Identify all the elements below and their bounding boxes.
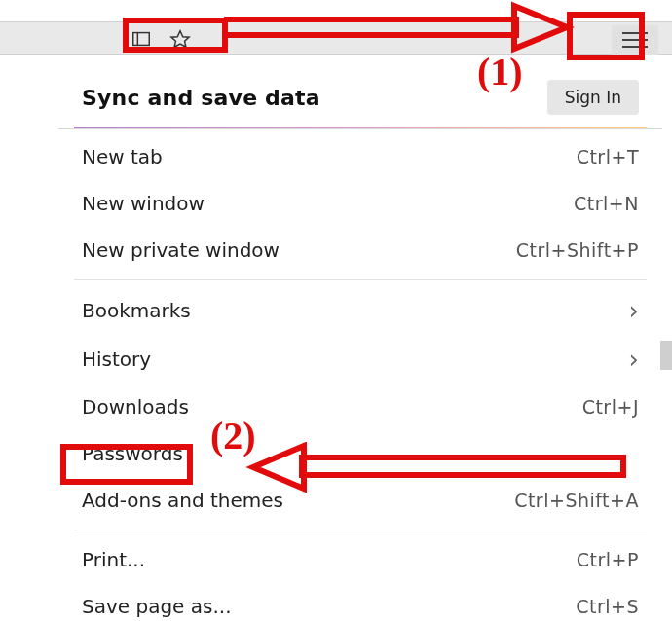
menu-divider — [74, 279, 647, 280]
chevron-right-icon: › — [629, 347, 639, 372]
svg-marker-6 — [253, 446, 304, 489]
shortcut-label: Ctrl+Shift+A — [514, 490, 639, 511]
shortcut-label: Ctrl+T — [577, 146, 639, 167]
svg-rect-3 — [224, 19, 516, 35]
menu-item-label: Bookmarks — [82, 299, 191, 322]
sign-in-button[interactable]: Sign In — [547, 80, 639, 115]
shortcut-label: Ctrl+S — [576, 596, 639, 617]
annotation-arrow-2 — [195, 442, 633, 493]
svg-rect-5 — [302, 457, 623, 475]
sync-heading: Sync and save data — [82, 86, 320, 110]
menu-section-windows: New tab Ctrl+T New window Ctrl+N New pri… — [58, 129, 662, 277]
menu-section-page: Print... Ctrl+P Save page as... Ctrl+S F… — [58, 532, 662, 621]
menu-item-downloads[interactable]: Downloads Ctrl+J — [58, 384, 662, 430]
annotation-arrow-1 — [224, 0, 575, 58]
menu-item-new-tab[interactable]: New tab Ctrl+T — [58, 133, 662, 180]
shortcut-label: Ctrl+N — [574, 193, 639, 214]
menu-item-label: Downloads — [82, 395, 189, 419]
menu-item-label: Save page as... — [82, 595, 232, 618]
shortcut-label: Ctrl+J — [582, 396, 639, 418]
menu-item-print[interactable]: Print... Ctrl+P — [58, 536, 662, 583]
shortcut-label: Ctrl+P — [577, 549, 639, 570]
annotation-box-toolbar — [123, 18, 228, 53]
app-menu-panel: Sync and save data Sign In New tab Ctrl+… — [58, 60, 662, 621]
menu-item-new-window[interactable]: New window Ctrl+N — [58, 180, 662, 227]
svg-marker-4 — [514, 6, 567, 49]
shortcut-label: Ctrl+Shift+P — [516, 239, 639, 261]
menu-item-label: New window — [82, 192, 205, 215]
annotation-label-1: (1) — [477, 53, 523, 91]
menu-item-bookmarks[interactable]: Bookmarks › — [58, 286, 662, 335]
annotation-box-hamburger — [567, 12, 645, 60]
menu-item-label: New tab — [82, 145, 163, 168]
menu-divider — [74, 530, 647, 530]
menu-header: Sync and save data Sign In — [58, 60, 662, 129]
menu-item-new-private-window[interactable]: New private window Ctrl+Shift+P — [58, 227, 662, 274]
chevron-right-icon: › — [629, 298, 639, 323]
menu-item-save-page[interactable]: Save page as... Ctrl+S — [58, 583, 662, 621]
menu-item-label: New private window — [82, 238, 280, 262]
menu-item-label: History — [82, 347, 151, 371]
menu-item-history[interactable]: History › — [58, 335, 662, 384]
annotation-box-print — [60, 444, 193, 485]
menu-item-label: Print... — [82, 548, 145, 571]
scrollbar-fragment — [660, 341, 672, 370]
